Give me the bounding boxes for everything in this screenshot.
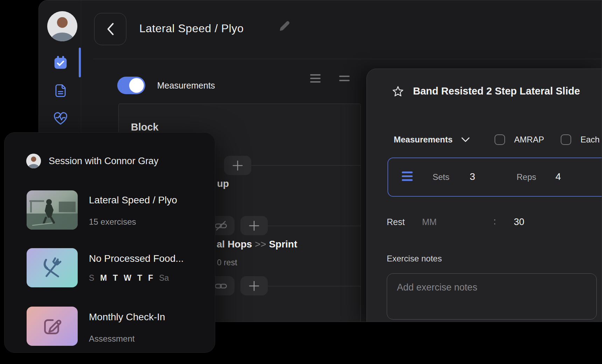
rest-row: Rest : — [367, 215, 602, 230]
plus-icon — [232, 160, 243, 171]
heart-pulse-icon — [53, 110, 68, 126]
edit-square-icon — [39, 313, 65, 339]
edit-thumbnail — [27, 307, 78, 346]
document-icon — [53, 83, 68, 98]
screen: Lateral Speed / Plyo Measurements Block — [0, 0, 602, 364]
rest-separator: : — [493, 216, 496, 226]
list-item-habit[interactable]: No Processed Food... S M T W T F Sa — [5, 248, 215, 287]
exercise-name-partial[interactable]: up — [217, 178, 229, 189]
favorite-star-button[interactable] — [391, 85, 405, 98]
exercise-rest-caption: 0 rest — [217, 258, 237, 267]
each-checkbox[interactable] — [561, 134, 571, 145]
list-item-workout[interactable]: Lateral Speed / Plyo 15 exercises — [5, 190, 215, 230]
chevron-down-icon[interactable] — [461, 137, 470, 142]
add-exercise-button[interactable] — [240, 276, 268, 295]
sets-input[interactable] — [470, 171, 491, 182]
day-tuesday: T — [113, 273, 118, 283]
day-thursday: T — [137, 273, 142, 283]
utensils-thumbnail — [27, 248, 78, 287]
day-monday: M — [100, 273, 107, 283]
exercise-name-left: al Hops — [217, 239, 252, 250]
gym-photo-image — [27, 190, 78, 230]
page-title: Lateral Speed / Plyo — [139, 22, 244, 35]
day-wednesday: W — [124, 273, 132, 283]
sidebar-active-indicator — [79, 48, 81, 77]
edit-title-button[interactable] — [278, 19, 291, 32]
user-avatar[interactable] — [47, 11, 77, 41]
day-saturday: Sa — [159, 273, 169, 283]
measurement-options-row: Measurements AMRAP Each — [394, 132, 600, 147]
chevron-left-icon — [106, 22, 115, 36]
star-icon — [391, 85, 405, 98]
exercise-title: Band Resisted 2 Step Lateral Slide — [413, 85, 580, 97]
amrap-label: AMRAP — [514, 135, 544, 145]
amrap-checkbox[interactable] — [495, 134, 505, 145]
back-button[interactable] — [94, 13, 126, 45]
exercise-notes-label: Exercise notes — [387, 254, 442, 264]
sidebar-item-schedule[interactable] — [53, 55, 68, 70]
calendar-check-icon — [53, 55, 68, 70]
list-item-title: No Processed Food... — [89, 253, 184, 264]
each-label: Each — [580, 135, 600, 145]
rest-seconds-input[interactable] — [514, 215, 545, 229]
rest-minutes-input[interactable] — [422, 215, 489, 229]
rest-label: Rest — [387, 217, 405, 227]
measurements-toggle-label: Measurements — [157, 80, 215, 91]
measurements-dropdown[interactable]: Measurements — [394, 135, 453, 145]
toggle-knob — [129, 78, 144, 93]
row-divider — [268, 226, 361, 226]
plus-icon — [249, 281, 259, 291]
header-divider — [93, 59, 602, 59]
block-title: Block — [131, 121, 159, 133]
list-item-title: Lateral Speed / Plyo — [89, 195, 177, 206]
sets-reps-row: Sets Reps — [387, 158, 602, 197]
reps-label: Reps — [517, 172, 536, 182]
avatar-image — [26, 154, 41, 168]
sets-label: Sets — [433, 172, 449, 182]
exercise-name-right: Sprint — [269, 239, 297, 250]
list-item-assessment[interactable]: Monthly Check-In Assessment — [5, 307, 215, 346]
link-icon — [214, 279, 228, 293]
drag-handle-icon[interactable] — [402, 172, 413, 181]
reps-input[interactable] — [555, 171, 576, 182]
superset-separator: >> — [255, 239, 266, 250]
exercise-detail-panel: Band Resisted 2 Step Lateral Slide Measu… — [366, 69, 602, 322]
add-exercise-button[interactable] — [240, 216, 268, 235]
row-divider — [268, 286, 361, 286]
list-item-subtitle: Assessment — [89, 334, 135, 344]
exercise-notes-input[interactable] — [387, 273, 597, 320]
list-view-icon[interactable] — [310, 73, 321, 84]
plus-icon — [249, 220, 259, 231]
list-item-subtitle: 15 exercises — [89, 217, 136, 227]
utensils-crossed-icon — [38, 254, 66, 281]
session-title: Session with Connor Gray — [49, 156, 159, 167]
unlink-icon — [214, 219, 228, 233]
day-sunday: S — [89, 273, 94, 283]
list-item-title: Monthly Check-In — [89, 312, 165, 323]
pencil-icon — [278, 19, 291, 32]
session-card-header: Session with Connor Gray — [26, 154, 159, 168]
compact-view-icon[interactable] — [339, 74, 350, 83]
session-card: Session with Connor Gray — [4, 132, 215, 353]
add-exercise-button[interactable] — [224, 156, 251, 175]
exercise-name[interactable]: al Hops >> Sprint — [217, 239, 297, 250]
avatar-image — [47, 11, 77, 41]
row-divider — [251, 165, 361, 166]
measurements-toggle[interactable] — [117, 77, 145, 94]
day-friday: F — [148, 273, 153, 283]
habit-days-row: S M T W T F Sa — [89, 273, 169, 283]
gym-photo-thumbnail — [27, 190, 78, 230]
sidebar-item-health[interactable] — [53, 111, 68, 126]
sidebar-item-documents[interactable] — [53, 83, 68, 98]
client-avatar — [26, 154, 41, 168]
